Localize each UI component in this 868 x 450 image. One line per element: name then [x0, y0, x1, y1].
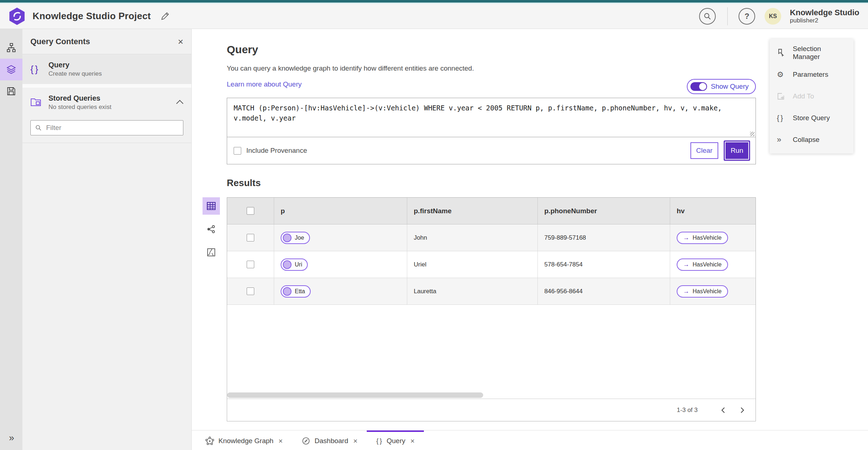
show-query-label: Show Query [711, 83, 749, 91]
person-node-pill[interactable]: Uri [281, 258, 308, 271]
table-empty-area [227, 305, 756, 392]
include-provenance-label: Include Provenance [246, 147, 307, 155]
stored-queries-filter[interactable] [30, 120, 183, 135]
query-actions-panel: Selection Manager ⚙ Parameters Add To [770, 39, 854, 153]
sidebar-item-query[interactable]: { } Query Create new queries [22, 54, 191, 84]
stored-queries-folder-icon [30, 97, 43, 108]
arrow-right-icon: → [683, 261, 689, 268]
node-dot-icon [283, 260, 292, 269]
panel-divider [22, 143, 191, 143]
row-checkbox[interactable] [247, 261, 254, 268]
parameters-button[interactable]: ⚙ Parameters [770, 64, 854, 85]
column-header-firstname[interactable]: p.firstName [407, 198, 538, 224]
table-pagination: 1-3 of 3 [227, 399, 756, 421]
double-chevron-right-icon: » [777, 135, 788, 144]
run-button[interactable]: Run [725, 142, 749, 160]
hierarchy-icon [6, 43, 16, 53]
add-to-button: Add To [770, 85, 854, 107]
tab-dashboard[interactable]: Dashboard × [292, 430, 367, 450]
app-logo-icon [9, 7, 25, 25]
selection-manager-icon [777, 49, 788, 57]
graph-view-button[interactable] [203, 220, 220, 238]
user-info: Knowledge Studio publisher2 [790, 8, 859, 24]
person-node-pill[interactable]: Etta [281, 285, 311, 298]
chevron-up-icon[interactable] [176, 100, 183, 107]
edge-pill[interactable]: →HasVehicle [677, 232, 728, 244]
edge-pill[interactable]: →HasVehicle [677, 285, 728, 298]
map-view-icon [207, 248, 216, 257]
next-page-button[interactable] [736, 404, 748, 416]
results-title: Results [227, 177, 756, 189]
store-query-button[interactable]: { } Store Query [770, 107, 854, 129]
selection-manager-button[interactable]: Selection Manager [770, 42, 854, 64]
tab-knowledge-graph[interactable]: Knowledge Graph × [196, 430, 292, 450]
rail-layers-button[interactable] [0, 59, 22, 80]
search-icon [703, 12, 711, 20]
edge-pill[interactable]: →HasVehicle [677, 258, 728, 271]
close-tab-icon[interactable]: × [278, 437, 283, 445]
row-checkbox[interactable] [247, 287, 254, 295]
learn-more-link[interactable]: Learn more about Query [227, 80, 302, 88]
collapse-button[interactable]: » Collapse [770, 129, 854, 151]
person-node-pill[interactable]: Joe [281, 232, 310, 244]
help-button[interactable]: ? [739, 8, 755, 25]
braces-icon: { } [376, 437, 382, 445]
horizontal-scrollbar[interactable] [227, 392, 756, 399]
table-row[interactable]: Joe John 759-889-57168 →HasVehicle [227, 224, 756, 251]
previous-page-button[interactable] [717, 404, 729, 416]
column-header-phonenumber[interactable]: p.phoneNumber [538, 198, 670, 224]
rail-hierarchy-button[interactable] [0, 37, 22, 59]
main-area: Query You can query a knowledge graph to… [192, 29, 868, 450]
braces-icon: { } [777, 114, 788, 122]
column-header-p[interactable]: p [274, 198, 407, 224]
resize-grip-icon[interactable] [750, 132, 754, 136]
rail-save-button[interactable] [0, 80, 22, 102]
table-row[interactable]: Etta Lauretta 846-956-8644 →HasVehicle [227, 278, 756, 305]
results-view-switcher [203, 197, 227, 421]
tab-query[interactable]: { } Query × [367, 430, 424, 450]
query-section-title: Query [227, 43, 756, 56]
close-tab-icon[interactable]: × [410, 437, 415, 445]
include-provenance-checkbox[interactable] [234, 147, 241, 155]
add-to-icon [777, 92, 788, 100]
filter-input[interactable] [46, 124, 179, 132]
table-row[interactable]: Uri Uriel 578-654-7854 →HasVehicle [227, 251, 756, 278]
panel-title: Query Contents [30, 37, 90, 46]
cell-phonenumber: 846-956-8644 [538, 278, 670, 304]
query-item-sublabel: Create new queries [48, 70, 102, 77]
page-title: Knowledge Studio Project [33, 10, 151, 22]
filter-search-icon [35, 124, 42, 131]
column-header-hv[interactable]: hv [670, 198, 756, 224]
edit-title-icon[interactable] [160, 12, 170, 21]
results-table: p p.firstName p.phoneNumber hv Joe John … [227, 197, 756, 421]
sidebar-item-stored-queries[interactable]: Stored Queries No stored queries exist [22, 88, 191, 117]
knowledge-graph-icon [205, 437, 214, 445]
clear-button[interactable]: Clear [690, 142, 718, 159]
query-code-editor[interactable]: MATCH (p:Person)-[hv:HasVehicle]->(v:Veh… [227, 98, 756, 137]
node-dot-icon [283, 234, 292, 242]
expand-panel-icon[interactable]: » [0, 432, 22, 443]
close-panel-icon[interactable]: × [178, 37, 183, 46]
avatar[interactable]: KS [765, 8, 781, 25]
query-contents-panel: Query Contents × { } Query Create new qu… [22, 29, 192, 450]
stored-queries-label: Stored Queries [48, 94, 111, 102]
left-icon-rail: » [0, 29, 22, 450]
product-name: Knowledge Studio [790, 8, 859, 17]
toggle-switch[interactable] [690, 82, 707, 91]
query-item-label: Query [48, 61, 102, 69]
search-button[interactable] [699, 8, 716, 25]
user-name: publisher2 [790, 17, 859, 24]
scrollbar-thumb[interactable] [227, 392, 483, 398]
cell-firstname: Uriel [407, 251, 538, 278]
close-tab-icon[interactable]: × [353, 437, 358, 445]
braces-icon: { } [30, 64, 43, 75]
row-checkbox[interactable] [247, 234, 254, 241]
table-header-row: p p.firstName p.phoneNumber hv [227, 198, 756, 224]
bottom-tab-bar: Knowledge Graph × Dashboard × { } Query … [192, 430, 868, 450]
select-all-checkbox[interactable] [247, 207, 254, 215]
table-view-button[interactable] [203, 197, 220, 215]
chevron-right-icon [739, 407, 745, 413]
map-view-button[interactable] [203, 244, 220, 261]
node-dot-icon [283, 287, 292, 296]
show-query-toggle[interactable]: Show Query [687, 79, 756, 94]
